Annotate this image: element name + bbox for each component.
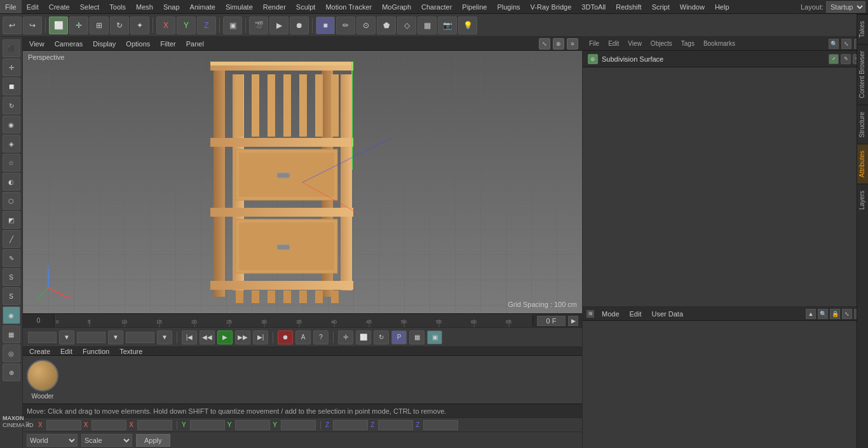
nav-cube-button[interactable]: ■: [316, 17, 335, 34]
tool-scale[interactable]: ◉: [3, 116, 20, 133]
coord-size-x[interactable]: 0 cm: [92, 420, 126, 430]
nav-pen-button[interactable]: ✏: [336, 17, 355, 34]
menu-mograph[interactable]: MoGraph: [377, 0, 416, 13]
tool-rotate[interactable]: ↻: [3, 97, 20, 114]
mode-rotate-button[interactable]: ↻: [110, 17, 129, 34]
redo-button[interactable]: ↪: [23, 17, 42, 34]
attributes-vert-tab[interactable]: Attributes: [857, 144, 868, 184]
render-active-button[interactable]: ▶: [269, 17, 288, 34]
menu-render[interactable]: Render: [258, 0, 291, 13]
frame-current-input[interactable]: [537, 316, 566, 326]
mode-move-button[interactable]: ✛: [69, 17, 88, 34]
nav-diamond-button[interactable]: ◇: [397, 17, 416, 34]
coord-pos-x[interactable]: 0 cm: [46, 420, 81, 430]
tool-pen[interactable]: ✎: [3, 249, 20, 267]
menu-animate[interactable]: Animate: [185, 0, 220, 13]
render-region-button[interactable]: 🎬: [249, 17, 268, 34]
nav-light-button[interactable]: 💡: [458, 17, 477, 34]
menu-motion-tracker[interactable]: Motion Tracker: [320, 0, 377, 13]
playback-question[interactable]: ?: [313, 330, 329, 344]
obj-checkmark[interactable]: ✓: [829, 54, 839, 64]
playback-nav5[interactable]: ▦: [409, 330, 424, 344]
attr-up-icon[interactable]: ▲: [806, 309, 816, 319]
tool-extrude[interactable]: ⬡: [3, 192, 20, 210]
menu-redshift[interactable]: Redshift: [611, 0, 646, 13]
playback-step-back[interactable]: ◀◀: [200, 330, 215, 344]
frame-arrow-button[interactable]: ▶: [568, 316, 578, 326]
mat-function-menu[interactable]: Function: [80, 348, 112, 355]
view-object-button[interactable]: ▣: [223, 17, 242, 34]
tool-magnet[interactable]: ☆: [3, 154, 20, 172]
axis-y-button[interactable]: Y: [177, 17, 196, 34]
viewport-canvas[interactable]: Y X Z Perspective Grid Spacing : 100 cm: [23, 51, 582, 313]
menu-file[interactable]: File: [0, 0, 22, 13]
scale-select[interactable]: Scale: [81, 434, 132, 447]
playback-nav1[interactable]: ✛: [338, 330, 353, 344]
axis-x-button[interactable]: X: [156, 17, 175, 34]
menu-tools[interactable]: Tools: [104, 0, 131, 13]
menu-simulate[interactable]: Simulate: [220, 0, 258, 13]
mat-edit-menu[interactable]: Edit: [58, 348, 75, 355]
playback-nav4[interactable]: P: [391, 330, 407, 344]
coord-rot-z[interactable]: 0 °: [423, 420, 458, 430]
tool-knife[interactable]: ◈: [3, 135, 20, 153]
menu-help[interactable]: Help: [710, 0, 735, 13]
structure-tab[interactable]: Structure: [857, 105, 868, 144]
mat-texture-menu[interactable]: Texture: [117, 348, 145, 355]
playback-skip-end[interactable]: ▶|: [253, 330, 268, 344]
vp-menu-view[interactable]: View: [27, 40, 47, 48]
menu-plugins[interactable]: Plugins: [492, 0, 525, 13]
menu-edit[interactable]: Edit: [22, 0, 44, 13]
material-swatch[interactable]: [27, 360, 58, 391]
attr-expand-icon[interactable]: ⤡: [842, 309, 852, 319]
playback-skip-start[interactable]: |◀: [182, 330, 197, 344]
mode-transform-button[interactable]: ✦: [130, 17, 149, 34]
coord-size-y[interactable]: 0 cm: [235, 420, 270, 430]
tool-stamp[interactable]: S: [3, 268, 20, 286]
vp-menu-display[interactable]: Display: [90, 40, 118, 48]
tool-move[interactable]: ✛: [3, 58, 20, 76]
tool-bevel[interactable]: ◩: [3, 211, 20, 229]
menu-create[interactable]: Create: [44, 0, 75, 13]
playback-start-input[interactable]: 0 F: [28, 332, 57, 343]
right-file-menu[interactable]: File: [587, 40, 602, 47]
playback-auto-key[interactable]: A: [295, 330, 311, 344]
playback-nav6[interactable]: ▣: [427, 330, 442, 344]
tool-paint[interactable]: 🔲: [3, 78, 20, 95]
right-expand-icon[interactable]: ⤡: [841, 39, 851, 49]
playback-nav2[interactable]: ⬜: [356, 330, 371, 344]
right-bookmarks-menu[interactable]: Bookmarks: [701, 40, 738, 47]
coord-pos-y[interactable]: 0 cm: [190, 420, 225, 430]
menu-select[interactable]: Select: [75, 0, 105, 13]
right-tags-menu[interactable]: Tags: [679, 40, 697, 47]
menu-mesh[interactable]: Mesh: [131, 0, 158, 13]
tool-patch[interactable]: S: [3, 287, 20, 305]
vp-menu-options[interactable]: Options: [123, 40, 153, 48]
playback-end-drop2[interactable]: ▼: [157, 330, 172, 344]
vp-menu-cameras[interactable]: Cameras: [52, 40, 86, 48]
vp-icon-maximize[interactable]: ⤡: [539, 38, 550, 50]
attr-mode-menu[interactable]: Mode: [599, 310, 622, 318]
menu-snap[interactable]: Snap: [158, 0, 185, 13]
undo-button[interactable]: ↩: [3, 17, 22, 34]
nav-brush-button[interactable]: ⊙: [356, 17, 376, 34]
menu-vray[interactable]: V-Ray Bridge: [526, 0, 577, 13]
right-view-menu[interactable]: View: [625, 40, 644, 47]
nav-shape-button[interactable]: ⬟: [377, 17, 396, 34]
attr-search-icon[interactable]: 🔍: [818, 309, 828, 319]
apply-button[interactable]: Apply: [136, 434, 170, 447]
playback-end-input[interactable]: 90 F: [126, 332, 154, 343]
axis-z-button[interactable]: Z: [197, 17, 216, 34]
playback-nav3[interactable]: ↻: [374, 330, 389, 344]
right-search-icon[interactable]: 🔍: [829, 39, 839, 49]
vp-menu-filter[interactable]: Filter: [158, 40, 178, 48]
layout-select[interactable]: Startup: [826, 1, 865, 13]
layers-vert-tab[interactable]: Layers: [857, 184, 868, 216]
attr-lock-icon[interactable]: 🔒: [830, 309, 840, 319]
nav-camera-button[interactable]: 📷: [438, 17, 457, 34]
attr-userdata-menu[interactable]: User Data: [649, 310, 686, 318]
nav-grid-button[interactable]: ▦: [417, 17, 437, 34]
playback-end-drop[interactable]: ▼: [108, 330, 123, 344]
vp-menu-panel[interactable]: Panel: [184, 40, 207, 48]
content-browser-tab[interactable]: Content Browser: [857, 44, 868, 104]
